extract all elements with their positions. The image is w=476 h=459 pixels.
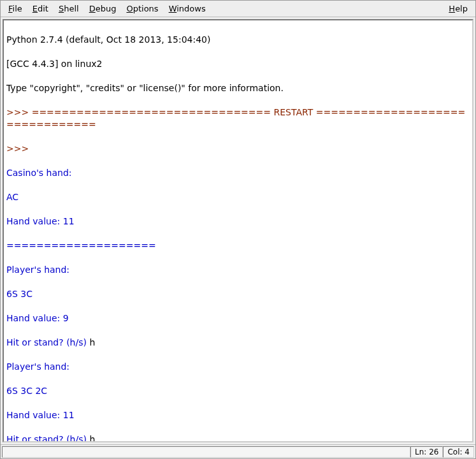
status-spacer: [2, 446, 410, 458]
output-line: 6S 3C 2C: [6, 385, 470, 397]
prompt-line: >>>: [6, 143, 470, 155]
menu-help[interactable]: Help: [444, 3, 473, 15]
menu-file[interactable]: File: [3, 3, 27, 15]
output-line: Hand value: 11: [6, 215, 470, 228]
idle-window: File Edit Shell Debug Options Windows He…: [0, 0, 476, 459]
statusbar: Ln: 26 Col: 4: [1, 444, 475, 458]
user-input: h: [89, 434, 95, 442]
output-line: Casino's hand:: [6, 167, 470, 179]
menubar: File Edit Shell Debug Options Windows He…: [1, 1, 475, 17]
output-line: Hand value: 11: [6, 409, 470, 421]
user-input: h: [89, 337, 95, 347]
output-line: 6S 3C: [6, 288, 470, 300]
menu-windows[interactable]: Windows: [164, 3, 211, 15]
menu-edit[interactable]: Edit: [27, 3, 54, 15]
content-wrap: Python 2.7.4 (default, Oct 18 2013, 15:0…: [1, 17, 475, 444]
prompt-text: Hit or stand? (h/s): [6, 337, 89, 347]
restart-banner: ================================ RESTART…: [6, 107, 465, 129]
restart-line: >>> ================================ RES…: [6, 106, 470, 131]
status-col: Col: 4: [443, 446, 474, 458]
menu-shell[interactable]: Shell: [54, 3, 84, 15]
menu-debug[interactable]: Debug: [84, 3, 122, 15]
menu-options[interactable]: Options: [121, 3, 163, 15]
output-line: Player's hand:: [6, 264, 470, 276]
output-line: ====================: [6, 240, 470, 252]
prompt-text: Hit or stand? (h/s): [6, 434, 89, 442]
banner-line: [GCC 4.4.3] on linux2: [6, 58, 470, 70]
banner-line: Type "copyright", "credits" or "license(…: [6, 82, 470, 94]
output-line: Player's hand:: [6, 361, 470, 373]
prompt: >>>: [6, 107, 32, 117]
output-line: Hit or stand? (h/s) h: [6, 337, 470, 349]
banner-line: Python 2.7.4 (default, Oct 18 2013, 15:0…: [6, 34, 470, 46]
output-line: Hand value: 9: [6, 312, 470, 324]
output-line: AC: [6, 191, 470, 203]
status-line: Ln: 26: [410, 446, 443, 458]
terminal[interactable]: Python 2.7.4 (default, Oct 18 2013, 15:0…: [3, 19, 473, 442]
output-line: Hit or stand? (h/s) h: [6, 433, 470, 442]
